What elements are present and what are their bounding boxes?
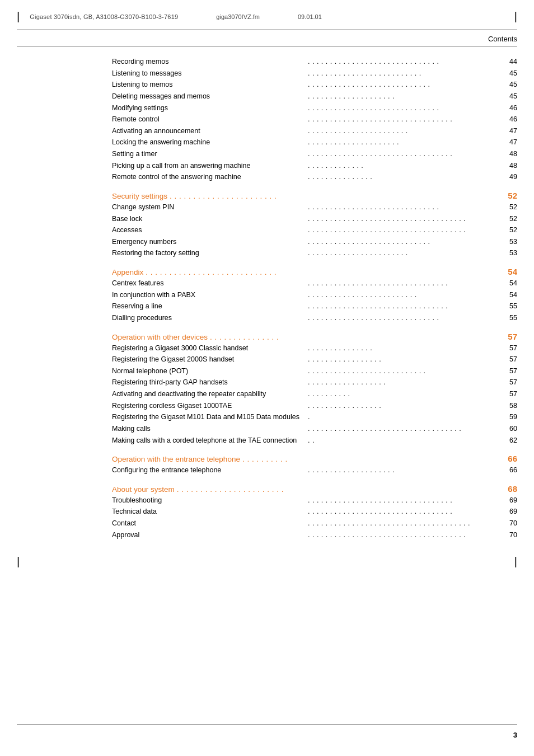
toc-entry-dots: . . . . . . . . . . . . . . . . . . . . <box>308 464 503 476</box>
toc-entry: Registering third-party GAP handsets . .… <box>112 377 517 388</box>
header-left-pipe: | <box>17 10 20 23</box>
toc-entry-dots: . . . . . . . . . . . . . . . . . . . . <box>308 91 503 102</box>
toc-entry-page: 54 <box>504 278 517 289</box>
toc-entry: Change system PIN . . . . . . . . . . . … <box>112 201 517 213</box>
toc-entry-text: Registering third-party GAP handsets <box>112 377 307 388</box>
toc-entry-dots: . . . . . . . . . . . . . . . . . . . . … <box>308 278 503 289</box>
toc-entry: Restoring the factory setting . . . . . … <box>112 247 517 259</box>
toc-entry: Remote control . . . . . . . . . . . . .… <box>112 114 517 125</box>
toc-entry-page: 48 <box>504 148 517 160</box>
page-number: 3 <box>513 731 517 739</box>
toc-entry: Recording memos . . . . . . . . . . . . … <box>112 56 517 68</box>
toc-entry-text: Activating and deactivating the repeater… <box>112 388 307 400</box>
header-right-pipe: | <box>514 10 517 23</box>
toc-entry-dots: . . . . . . . . . . . . . . . . . . . . … <box>308 201 503 213</box>
toc-section-heading: Appendix . . . . . . . . . . . . . . . .… <box>112 267 517 276</box>
header: | Gigaset 3070isdn, GB, A31008-G3070-B10… <box>0 0 534 27</box>
toc-entry: In conjunction with a PABX . . . . . . .… <box>112 289 517 301</box>
toc-entry: Configuring the entrance telephone . . .… <box>112 464 517 476</box>
toc-entry-page: 57 <box>504 377 517 388</box>
toc-entry-page: 46 <box>504 102 517 114</box>
toc-entry-dots: . . <box>308 435 503 447</box>
toc-entry-dots: . . . . . . . . . . . . . . . . . . . . … <box>308 102 503 114</box>
toc-entry-text: In conjunction with a PABX <box>112 289 307 301</box>
toc-entry-page: 55 <box>504 300 517 312</box>
content-area: Recording memos . . . . . . . . . . . . … <box>0 47 534 552</box>
toc-entry-dots: . . . . . . . . . . . . . . . . . . . . … <box>308 506 503 518</box>
section-heading-text: About your system <box>112 485 175 494</box>
toc-entry: Approval . . . . . . . . . . . . . . . .… <box>112 529 517 541</box>
toc-entry-page: 60 <box>504 423 517 435</box>
toc-entry-text: Approval <box>112 529 307 541</box>
section-heading-page: 57 <box>502 332 517 341</box>
toc-entry-text: Troubleshooting <box>112 495 307 506</box>
toc-section-heading: Operation with the entrance telephone . … <box>112 454 517 463</box>
toc-entry-page: 45 <box>504 91 517 102</box>
toc-entry-page: 70 <box>504 529 517 541</box>
toc-entry-dots: . . . . . . . . . . . . . . . . . . . . … <box>308 365 503 377</box>
toc-entry-text: Modifying settings <box>112 102 307 114</box>
section-heading-dots: . . . . . . . . . . . . . . . . . . . . … <box>146 268 499 276</box>
toc-entry-dots: . . . . . . . . . . . . . . . . . . . . … <box>308 518 503 529</box>
toc-entry-page: 45 <box>504 68 517 79</box>
section-heading-page: 54 <box>502 267 517 276</box>
toc-entry-text: Registering cordless Gigaset 1000TAE <box>112 400 307 412</box>
toc-entry: Deleting messages and memos . . . . . . … <box>112 91 517 102</box>
toc-entry-dots: . . . . . . . . . . . . . . . . . . . . … <box>308 247 503 259</box>
toc-entry-dots: . . . . . . . . . . . . . . . . . <box>308 400 503 412</box>
toc-entry-dots: . . . . . . . . . . . . . . . <box>308 342 503 354</box>
toc-entry-page: 70 <box>504 518 517 529</box>
toc-entry-page: 57 <box>504 354 517 365</box>
toc-entry: Contact . . . . . . . . . . . . . . . . … <box>112 518 517 529</box>
toc-entry-dots: . . . . . . . . . . . . . . . . . . . . … <box>308 289 503 301</box>
toc-entry-text: Contact <box>112 518 307 529</box>
toc-entry-text: Listening to memos <box>112 79 307 91</box>
section-heading-page: 52 <box>502 191 517 200</box>
toc-entry-text: Picking up a call from an answering mach… <box>112 160 307 172</box>
section-heading-page: 66 <box>502 454 517 463</box>
toc-entry-page: 46 <box>504 114 517 125</box>
toc-entry: Reserving a line . . . . . . . . . . . .… <box>112 300 517 312</box>
toc-entry: Making calls with a corded telephone at … <box>112 435 517 447</box>
toc-entry-dots: . . . . . . . . . . . . . . . . . <box>308 354 503 365</box>
toc-entry-page: 57 <box>504 388 517 400</box>
toc-entry-text: Activating an announcement <box>112 125 307 137</box>
toc-entry-dots: . . . . . . . . . . . . . . . . . . . . … <box>308 148 503 160</box>
toc-entry: Making calls . . . . . . . . . . . . . .… <box>112 423 517 435</box>
header-filename: giga3070IVZ.fm <box>216 13 260 20</box>
toc-entry-text: Recording memos <box>112 56 307 68</box>
toc-entry-dots: . . . . . . . . . . . . . . . . . . <box>308 377 503 388</box>
toc-entry: Base lock . . . . . . . . . . . . . . . … <box>112 213 517 225</box>
toc-entry-dots: . . . . . . . . . . . . . . . . . . . . … <box>308 529 503 541</box>
toc-entry-page: 48 <box>504 160 517 172</box>
toc-entry: Accesses . . . . . . . . . . . . . . . .… <box>112 224 517 236</box>
toc-entry-dots: . <box>308 411 503 423</box>
toc-entry: Normal telephone (POT) . . . . . . . . .… <box>112 365 517 377</box>
toc-entry-dots: . . . . . . . . . . . . . . . . . . . . … <box>308 423 503 435</box>
toc-entry-text: Remote control <box>112 114 307 125</box>
toc-entry-page: 54 <box>504 289 517 301</box>
toc-entry-page: 69 <box>504 506 517 518</box>
section-heading-text: Operation with the entrance telephone <box>112 455 240 463</box>
toc-entry-page: 49 <box>504 171 517 183</box>
toc-entry: Dialling procedures . . . . . . . . . . … <box>112 312 517 324</box>
toc-entry-page: 66 <box>504 464 517 476</box>
toc-entry: Troubleshooting . . . . . . . . . . . . … <box>112 495 517 506</box>
toc-entry-text: Registering the Gigaset 2000S handset <box>112 354 307 365</box>
toc-entry: Remote control of the answering machine … <box>112 171 517 183</box>
toc-entry: Listening to memos . . . . . . . . . . .… <box>112 79 517 91</box>
toc-entry-page: 53 <box>504 236 517 248</box>
contents-label: Contents <box>0 30 534 46</box>
toc-entry-text: Deleting messages and memos <box>112 91 307 102</box>
toc-entry-page: 52 <box>504 201 517 213</box>
header-meta: Gigaset 3070isdn, GB, A31008-G3070-B100-… <box>30 13 178 20</box>
toc-entry: Activating and deactivating the repeater… <box>112 388 517 400</box>
bottom-right-pipe: | <box>514 555 517 568</box>
toc-entry-dots: . . . . . . . . . . . . . . . . . . . . … <box>308 137 503 148</box>
toc-entry: Locking the answering machine . . . . . … <box>112 137 517 148</box>
toc-entry-page: 47 <box>504 137 517 148</box>
section-heading-text: Operation with other devices <box>112 333 208 341</box>
bottom-rule <box>17 724 517 725</box>
toc-entry-text: Restoring the factory setting <box>112 247 307 259</box>
toc-entry: Picking up a call from an answering mach… <box>112 160 517 172</box>
